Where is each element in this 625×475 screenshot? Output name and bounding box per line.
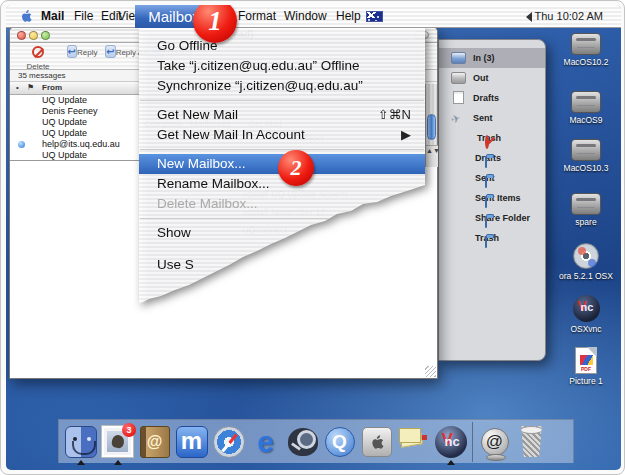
- letters-icon: [399, 428, 429, 456]
- draft-page-icon: [453, 91, 464, 104]
- safari-compass-icon: [213, 426, 245, 458]
- status-column-header[interactable]: •: [16, 83, 19, 92]
- menu-item-take-offline[interactable]: Take “j.citizen@uq.edu.au” Offline: [139, 56, 425, 76]
- dock-item-letters[interactable]: [395, 422, 432, 462]
- mailbox-drawer: In (3) Out Drafts ✈Sent Trash Drafts Sen…: [438, 39, 546, 361]
- folder-icon: [485, 156, 487, 168]
- drawer-item-share-folder[interactable]: Share Folder: [439, 208, 545, 228]
- apple-menu[interactable]: [20, 5, 32, 28]
- folder-icon: [485, 176, 487, 188]
- dock-item-safari[interactable]: [210, 422, 247, 462]
- dock-item-internet-explorer[interactable]: e: [247, 422, 284, 462]
- menu-item-show[interactable]: Show: [139, 223, 425, 243]
- quicktime-icon: Q: [325, 427, 355, 457]
- menubar-item-file[interactable]: File: [74, 5, 93, 28]
- menu-separator: [139, 96, 425, 105]
- drawer-item-drafts-folder[interactable]: Drafts: [439, 148, 545, 168]
- dock: 3 @ m e Q Vnc @: [58, 419, 574, 463]
- delete-button[interactable]: Delete: [16, 45, 60, 72]
- inbox-icon: [451, 52, 466, 64]
- desktop-icon-spare[interactable]: spare: [552, 193, 620, 227]
- hard-drive-icon: [571, 193, 601, 215]
- desktop: In (3 unread) Delete ↩Reply ↩Reply All ↪…: [6, 5, 621, 470]
- resize-grip[interactable]: [425, 366, 436, 377]
- drawer-item-in[interactable]: In (3): [439, 48, 545, 68]
- annotation-step-2: 2: [278, 150, 314, 186]
- menubar-item-format[interactable]: Format: [238, 5, 276, 28]
- system-preferences-icon: [362, 427, 392, 457]
- dock-item-at-sign[interactable]: @: [476, 422, 513, 462]
- menu-item-use-torn[interactable]: Use S: [139, 255, 425, 275]
- menu-bar: Mail File Edit View Format Window Help T…: [6, 5, 621, 28]
- folder-icon: [485, 196, 487, 208]
- menubar-clock[interactable]: Thu 10:02 AM: [535, 10, 604, 22]
- shortcut-label: ⇧⌘N: [378, 105, 411, 125]
- no-entry-icon: [485, 135, 489, 149]
- menu-separator: [139, 214, 425, 223]
- reply-all-icon: ↩: [105, 45, 115, 58]
- volume-icon[interactable]: [521, 12, 532, 22]
- pdf-file-icon: PDF: [575, 347, 597, 374]
- flag-column-header[interactable]: ⚑: [27, 83, 34, 92]
- cd-installer-icon: [573, 243, 599, 269]
- dock-item-address-book[interactable]: @: [136, 422, 173, 462]
- delete-icon: [16, 46, 60, 58]
- menu-separator: [139, 145, 425, 154]
- finder-icon: [65, 426, 97, 458]
- menubar-status: Thu 10:02 AM: [535, 5, 604, 28]
- desktop-icon-macos9[interactable]: MacOS9: [552, 91, 620, 125]
- trash-basket-icon: [518, 426, 545, 457]
- menubar-item-window[interactable]: Window: [284, 5, 327, 28]
- dock-divider: [472, 422, 473, 462]
- menubar-item-help[interactable]: Help: [336, 5, 361, 28]
- unread-dot-icon: [18, 141, 25, 148]
- unread-badge: 3: [122, 423, 136, 437]
- screenshot-frame: In (3 unread) Delete ↩Reply ↩Reply All ↪…: [0, 0, 625, 475]
- menu-item-delete-mailbox: Delete Mailbox...: [139, 194, 425, 214]
- desktop-icon-eudora-installer[interactable]: ora 5.2.1 OSX: [552, 243, 620, 281]
- drawer-item-trash[interactable]: Trash: [439, 128, 545, 148]
- dock-item-m-app[interactable]: m: [173, 422, 210, 462]
- folder-icon: [485, 216, 487, 228]
- scrollbar-arrows[interactable]: ▲▼: [426, 145, 438, 167]
- dock-item-finder[interactable]: [62, 422, 99, 462]
- drawer-item-out[interactable]: Out: [439, 68, 545, 88]
- dock-item-mail[interactable]: 3: [99, 422, 136, 462]
- menu-item-synchronize[interactable]: Synchronize “j.citizen@uq.edu.au”: [139, 76, 425, 96]
- hard-drive-icon: [571, 91, 601, 113]
- drawer-item-drafts[interactable]: Drafts: [439, 88, 545, 108]
- desktop-icon-picture1[interactable]: PDFPicture 1: [552, 347, 620, 386]
- dock-item-osxvnc[interactable]: Vnc: [432, 422, 469, 462]
- desktop-icon-macos102[interactable]: MacOS10.2: [552, 33, 620, 67]
- hard-drive-icon: [571, 33, 601, 55]
- vnc-icon: Vnc: [435, 426, 467, 458]
- menu-item-get-new-mail[interactable]: Get New Mail⇧⌘N: [139, 105, 425, 125]
- dock-item-trash[interactable]: [513, 422, 550, 462]
- menu-item-get-new-mail-in-account[interactable]: Get New Mail In Account▶: [139, 125, 425, 145]
- desktop-icon-macos103[interactable]: MacOS10.3: [552, 139, 620, 173]
- menubar-item-mail[interactable]: Mail: [41, 5, 64, 28]
- reply-icon: ↩: [67, 45, 77, 58]
- australian-flag-icon[interactable]: [366, 11, 383, 22]
- desktop-icon-osxvnc[interactable]: VncOSXvnc: [552, 295, 620, 334]
- submenu-arrow-icon: ▶: [401, 125, 411, 145]
- scrollbar-thumb[interactable]: [427, 114, 436, 140]
- drawer-item-trash-folder[interactable]: Trash: [439, 228, 545, 248]
- drawer-item-sent[interactable]: ✈Sent: [439, 108, 545, 128]
- dock-item-sherlock[interactable]: [284, 422, 321, 462]
- message-list-scrollbar[interactable]: ▲▼: [425, 84, 437, 167]
- address-book-icon: @: [140, 426, 170, 458]
- hard-drive-icon: [571, 139, 601, 161]
- drawer-item-sent-folder[interactable]: Sent: [439, 168, 545, 188]
- m-app-icon: m: [176, 426, 208, 458]
- paper-plane-icon: ✈: [450, 110, 468, 125]
- reply-button[interactable]: ↩Reply: [60, 45, 104, 58]
- vnc-app-icon: Vnc: [573, 295, 600, 322]
- dock-item-system-preferences[interactable]: [358, 422, 395, 462]
- internet-explorer-icon: e: [257, 426, 274, 458]
- dock-item-quicktime[interactable]: Q: [321, 422, 358, 462]
- sherlock-magnifier-icon: [288, 428, 318, 456]
- drawer-item-sent-items[interactable]: Sent Items: [439, 188, 545, 208]
- menu-item-go-offline[interactable]: Go Offline: [139, 36, 425, 56]
- from-column-header[interactable]: From: [42, 83, 62, 92]
